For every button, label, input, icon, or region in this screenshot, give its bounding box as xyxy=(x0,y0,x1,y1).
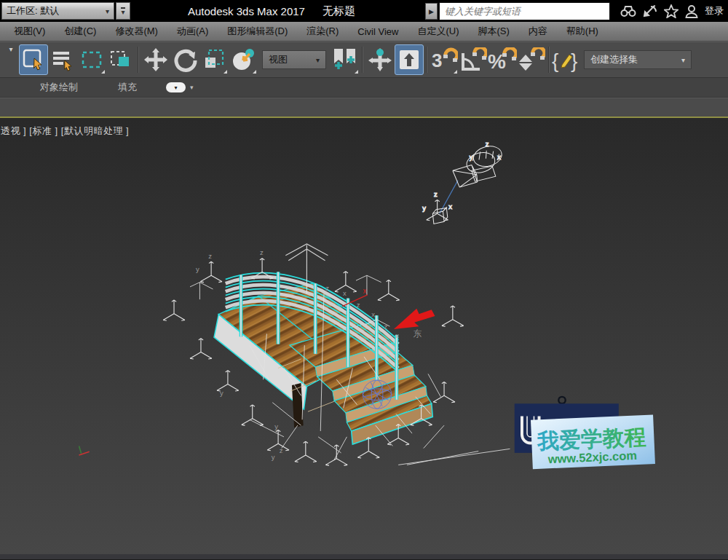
ribbon-minimize-button[interactable]: ▾ xyxy=(166,82,186,92)
select-and-place-button[interactable] xyxy=(229,44,258,75)
select-and-rotate-button[interactable] xyxy=(170,44,199,75)
ribbon-tabs-row: 对象绘制 填充 ▾ ▾ xyxy=(0,78,728,98)
selection-region-icon xyxy=(80,48,103,71)
toolbar-separator xyxy=(138,47,139,73)
svg-text:z: z xyxy=(260,248,264,256)
svg-text:y: y xyxy=(274,422,278,430)
menu-rendering[interactable]: 渲染(R) xyxy=(297,22,348,41)
search-binoculars-icon[interactable] xyxy=(620,4,636,17)
svg-text:x: x xyxy=(371,310,375,318)
menu-create[interactable]: 创建(C) xyxy=(55,22,106,41)
use-pivot-point-center-button[interactable] xyxy=(331,44,360,75)
svg-text:y: y xyxy=(272,453,275,461)
toolbar-separator xyxy=(548,47,550,73)
svg-text:z: z xyxy=(434,190,438,198)
bottom-strip xyxy=(0,554,728,559)
keyboard-shortcut-override-button[interactable] xyxy=(395,44,424,75)
svg-text:y: y xyxy=(422,204,426,212)
selection-set-value: 创建选择集 xyxy=(590,53,638,66)
ribbon-options-arrow-icon[interactable]: ▾ xyxy=(190,84,194,91)
window-crossing-toggle-button[interactable] xyxy=(106,44,135,75)
document-name: 无标题 xyxy=(323,4,355,18)
spinner-snap-toggle-button[interactable] xyxy=(517,44,546,75)
percent-snap-toggle-button[interactable]: % xyxy=(488,44,517,75)
svg-text:z: z xyxy=(486,140,489,148)
main-toolbar: ▾ xyxy=(0,42,728,78)
title-bar: 工作区: 默认 ▾ ▾ Autodesk 3ds Max 2017 无标题 ▶ xyxy=(0,0,728,22)
perspective-viewport[interactable]: 透视 ] [标准 ] [默认明暗处理 ] xyxy=(0,118,728,554)
sign-in-label[interactable]: 登录 xyxy=(705,4,724,17)
select-and-move-button[interactable] xyxy=(141,44,170,75)
svg-text:}: } xyxy=(571,50,577,72)
pivot-center-icon xyxy=(332,47,358,72)
svg-text:x: x xyxy=(448,202,452,210)
search-input[interactable] xyxy=(439,2,610,20)
toolbar-separator xyxy=(426,47,427,73)
search-history-button[interactable]: ▶ xyxy=(425,3,438,20)
override-up-arrow-icon xyxy=(398,49,420,71)
3dsmax-window: 工作区: 默认 ▾ ▾ Autodesk 3ds Max 2017 无标题 ▶ xyxy=(0,0,728,560)
select-object-button[interactable] xyxy=(19,44,48,75)
edit-named-selection-sets-button[interactable]: { } xyxy=(552,44,581,75)
viewport-canvas[interactable]: z y x z y x xyxy=(0,118,728,554)
manipulate-icon xyxy=(368,48,392,71)
angle-snap-icon xyxy=(459,47,487,72)
snap-3d-icon: 3 xyxy=(430,47,458,72)
named-selection-set-dropdown[interactable]: 创建选择集 ▾ xyxy=(584,50,692,69)
svg-text:x: x xyxy=(395,331,399,339)
svg-text:x: x xyxy=(343,289,347,297)
ribbon-tab-object-paint[interactable]: 对象绘制 xyxy=(40,81,78,94)
svg-text:y: y xyxy=(196,265,199,273)
menu-help[interactable]: 帮助(H) xyxy=(557,22,608,41)
place-icon xyxy=(230,47,256,73)
window-title: Autodesk 3ds Max 2017 无标题 xyxy=(188,0,355,22)
workspace-dropdown[interactable]: 工作区: 默认 ▾ xyxy=(1,2,114,20)
menu-scripting[interactable]: 脚本(S) xyxy=(468,22,518,41)
rectangular-selection-region-button[interactable] xyxy=(77,44,106,75)
chevron-down-icon: ▾ xyxy=(106,7,109,15)
menu-graph-editors[interactable]: 图形编辑器(D) xyxy=(218,22,297,41)
reference-coordinate-dropdown[interactable]: 视图 ▾ xyxy=(262,50,326,69)
select-and-scale-button[interactable] xyxy=(199,44,229,75)
svg-text:x: x xyxy=(363,287,366,295)
chevron-down-icon: ▾ xyxy=(121,7,124,15)
menu-customize[interactable]: 自定义(U) xyxy=(408,22,468,41)
world-axis-icon xyxy=(79,446,90,455)
app-name: Autodesk 3ds Max 2017 xyxy=(188,5,305,17)
toolbar-overflow-arrow-icon[interactable]: ▾ xyxy=(3,42,19,53)
menu-bar: 视图(V) 创建(C) 修改器(M) 动画(A) 图形编辑器(D) 渲染(R) … xyxy=(0,22,728,42)
svg-text:y: y xyxy=(470,153,473,161)
east-label: 东 xyxy=(414,328,422,338)
menu-content[interactable]: 内容 xyxy=(519,22,557,41)
menu-civil-view[interactable]: Civil View xyxy=(348,22,408,41)
named-sets-icon: { } xyxy=(552,47,581,72)
sign-in-user-icon[interactable] xyxy=(685,4,698,18)
workspace-flyout-button[interactable]: ▾ xyxy=(116,2,130,20)
svg-text:z: z xyxy=(357,301,360,309)
camera-object[interactable]: z y x z y x xyxy=(422,140,504,224)
communication-center-icon[interactable] xyxy=(643,4,657,17)
move-icon xyxy=(143,47,168,72)
reference-coordinate-value: 视图 xyxy=(269,53,288,66)
select-and-manipulate-button[interactable] xyxy=(365,44,395,75)
favorites-star-icon[interactable] xyxy=(664,4,678,18)
svg-text:x: x xyxy=(497,153,501,161)
select-by-name-icon xyxy=(51,48,74,71)
chevron-down-icon: ▾ xyxy=(174,84,177,91)
menu-modifiers[interactable]: 修改器(M) xyxy=(106,22,167,41)
ribbon-empty-strip xyxy=(0,98,728,117)
menu-views[interactable]: 视图(V) xyxy=(4,22,55,41)
snap-toggle-3d-button[interactable]: 3 xyxy=(430,44,459,75)
select-by-name-button[interactable] xyxy=(48,44,77,75)
scale-icon xyxy=(202,47,226,72)
ribbon-tab-populate[interactable]: 填充 xyxy=(118,81,137,94)
svg-text:z: z xyxy=(208,252,212,260)
viewport-label[interactable]: 透视 ] [标准 ] [默认明暗处理 ] xyxy=(1,125,129,138)
spinner-snap-icon xyxy=(518,47,545,72)
angle-snap-toggle-button[interactable] xyxy=(459,44,488,75)
chevron-down-icon: ▾ xyxy=(316,56,320,64)
menu-animation[interactable]: 动画(A) xyxy=(167,22,218,41)
window-crossing-icon xyxy=(109,48,132,71)
svg-text:3: 3 xyxy=(432,50,442,71)
rotate-icon xyxy=(173,47,197,72)
